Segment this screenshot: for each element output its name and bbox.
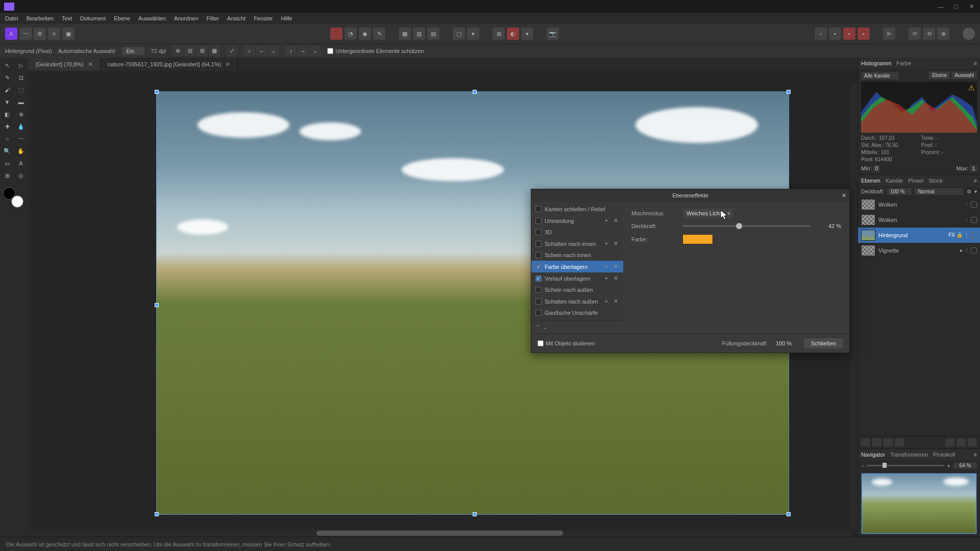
lock-children-checkbox[interactable]: Untergeordnete Elemente schützen: [327, 48, 424, 54]
tab-stock[interactable]: Stock: [928, 178, 943, 184]
fx-button[interactable]: [884, 438, 893, 446]
opacity-value[interactable]: 42 %: [816, 223, 841, 229]
auto-select-dropdown[interactable]: Ein: [122, 47, 144, 55]
menu-fenster[interactable]: Fenster: [254, 15, 273, 21]
menu-text[interactable]: Text: [62, 15, 72, 21]
tab-channels[interactable]: Kanäle: [886, 178, 903, 184]
tab-transform[interactable]: Transformieren: [890, 452, 928, 458]
align-grid-icon[interactable]: ▦: [209, 46, 220, 56]
pen-tool-icon[interactable]: ✎: [1, 72, 13, 83]
histo-layer-button[interactable]: Ebene: [929, 71, 950, 79]
color-format-icon[interactable]: [330, 28, 342, 40]
eraser-tool-icon[interactable]: ◧: [1, 109, 13, 120]
align-top-icon[interactable]: ⫞: [285, 46, 297, 56]
grid-toggle-icon[interactable]: ▦: [399, 28, 411, 40]
channel-dropdown[interactable]: Alle Kanäle: [861, 72, 898, 80]
move-down-icon[interactable]: ⌄: [543, 324, 548, 331]
horizontal-scrollbar[interactable]: [29, 530, 850, 537]
fx-remove-icon[interactable]: ✕: [612, 240, 619, 247]
zoom-out-icon[interactable]: −: [861, 463, 864, 469]
layer-blend-dropdown[interactable]: Normal: [915, 188, 964, 195]
tab-history[interactable]: Protokoll: [933, 452, 955, 458]
maximize-button[interactable]: ▢: [951, 2, 961, 11]
fx-checkbox[interactable]: [535, 241, 542, 247]
fx-checkbox[interactable]: [535, 206, 542, 212]
fx-remove-icon[interactable]: ✕: [612, 217, 619, 224]
align-center-icon[interactable]: ⊕: [172, 46, 183, 56]
link-icon[interactable]: ⋮: [964, 217, 969, 223]
fx-remove-icon[interactable]: ✕: [612, 263, 619, 270]
gear-icon[interactable]: ⚙: [967, 189, 971, 194]
persona-develop-icon[interactable]: ⚙: [34, 28, 46, 40]
crop-tool-icon[interactable]: ⊡: [15, 72, 27, 83]
fx-add-icon[interactable]: +: [603, 275, 610, 282]
menu-anordnen[interactable]: Anordnen: [174, 15, 199, 21]
navigator-preview[interactable]: [861, 473, 977, 534]
align-v-icon[interactable]: ⊞: [197, 46, 208, 56]
arrange-back-icon[interactable]: ▫: [815, 28, 827, 40]
histo-selection-button[interactable]: Auswahl: [951, 71, 977, 79]
fx-item[interactable]: Umrandung+✕: [531, 215, 623, 227]
color-swatch[interactable]: [3, 187, 23, 208]
menu-ebene[interactable]: Ebene: [114, 15, 130, 21]
panel-menu-icon[interactable]: ≡: [974, 60, 977, 66]
layer-item[interactable]: Wolken⋮: [858, 197, 980, 212]
fx-add-icon[interactable]: +: [603, 298, 610, 305]
fx-checkbox[interactable]: [535, 218, 542, 224]
fx-item[interactable]: Farbe überlagern+✕: [531, 261, 623, 272]
panel-menu-icon[interactable]: ≡: [974, 452, 977, 458]
histo-min-input[interactable]: 0: [873, 165, 880, 172]
menu-ansicht[interactable]: Ansicht: [227, 15, 246, 21]
zoom-in-icon[interactable]: +: [947, 463, 950, 469]
sampler-icon[interactable]: ✎: [373, 28, 385, 40]
delete-layer-button[interactable]: [957, 438, 966, 446]
picker-tool-icon[interactable]: ◎: [15, 170, 27, 181]
navigator-viewport[interactable]: [862, 473, 976, 534]
menu-bearbeiten[interactable]: Bearbeiten: [27, 15, 54, 21]
align-bottom-icon[interactable]: ⫠: [310, 46, 321, 56]
close-button[interactable]: Schließen: [804, 338, 843, 348]
blur-tool-icon[interactable]: 💧: [15, 121, 27, 132]
fx-add-icon[interactable]: +: [603, 217, 610, 224]
layer-toggle-icon[interactable]: ▸: [960, 247, 963, 254]
brush-tool-icon[interactable]: 🖌: [1, 84, 13, 95]
account-avatar[interactable]: [963, 28, 975, 40]
gradient-tool-icon[interactable]: ▬: [15, 96, 27, 108]
persona-photo-icon[interactable]: A: [5, 28, 17, 40]
pan-tool-icon[interactable]: ✋: [15, 145, 27, 157]
mask-button[interactable]: [861, 438, 870, 446]
selection-tool-icon[interactable]: ⬚: [15, 84, 27, 95]
smudge-tool-icon[interactable]: 〰: [15, 133, 27, 144]
grid-off-icon[interactable]: ▥: [413, 28, 425, 40]
fill-opacity-input[interactable]: 100 %: [773, 340, 799, 347]
color-wheel-icon[interactable]: ◉: [359, 28, 371, 40]
fx-checkbox[interactable]: [535, 298, 542, 305]
fx-checkbox[interactable]: [535, 264, 542, 270]
swatch-icon[interactable]: ◔: [345, 28, 357, 40]
tab-close-icon[interactable]: ✕: [88, 61, 93, 68]
arrange-mid-icon[interactable]: ▪: [829, 28, 841, 40]
add-layer-button[interactable]: [945, 438, 954, 446]
tab-navigator[interactable]: Navigator: [861, 452, 885, 458]
fx-item[interactable]: Schatten nach außen+✕: [531, 295, 623, 307]
layer-menu-icon[interactable]: ▾: [974, 189, 977, 194]
scale-with-object-checkbox[interactable]: Mit Objekt skalieren: [537, 340, 595, 346]
link-icon[interactable]: ⋮: [964, 232, 969, 238]
menu-hilfe[interactable]: Hilfe: [281, 15, 292, 21]
sync-icon[interactable]: ⟳: [909, 28, 921, 40]
menu-dokument[interactable]: Dokument: [80, 15, 106, 21]
move-up-icon[interactable]: ⌃: [535, 324, 540, 331]
sync2-icon[interactable]: ⟲: [923, 28, 935, 40]
zoom-tool-icon[interactable]: 🔍: [1, 145, 13, 157]
menu-auswählen[interactable]: Auswählen: [138, 15, 166, 21]
align-hcenter-icon[interactable]: ⫟: [256, 46, 267, 56]
tab-close-icon[interactable]: ✕: [225, 61, 230, 68]
link-icon[interactable]: ⋮: [964, 247, 969, 254]
vertical-scrollbar[interactable]: [850, 84, 857, 530]
frame-icon[interactable]: ▢: [453, 28, 465, 40]
visibility-checkbox[interactable]: [971, 232, 977, 238]
align-icon[interactable]: ⊫: [883, 28, 895, 40]
color-well[interactable]: [682, 234, 713, 244]
tab-brush[interactable]: Pinsel: [908, 178, 923, 184]
dropdown2-icon[interactable]: ▾: [521, 28, 533, 40]
